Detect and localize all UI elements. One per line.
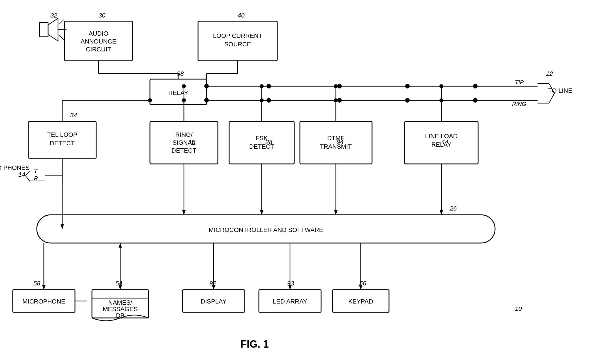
svg-point-17 (405, 84, 410, 88)
loop-current-label: LOOP CURRENT (213, 32, 262, 39)
svg-point-16 (337, 84, 342, 88)
svg-marker-1 (48, 18, 58, 41)
names-label: NAMES/ (108, 299, 132, 306)
svg-point-53 (334, 84, 338, 88)
ring-signal-label2: SIGNAL (173, 139, 195, 146)
r-label: R (34, 175, 38, 181)
svg-point-68 (148, 98, 152, 102)
svg-point-63 (439, 98, 443, 102)
audio-announce-label: AUDIO (89, 30, 108, 37)
svg-marker-83 (119, 285, 122, 290)
svg-point-49 (182, 84, 186, 88)
svg-line-32 (25, 176, 30, 181)
microcontroller-label: MICROCONTROLLER AND SOFTWARE (209, 226, 323, 233)
svg-line-2 (59, 20, 64, 24)
svg-marker-65 (61, 224, 64, 229)
ref-26: 26 (450, 205, 457, 212)
svg-marker-75 (260, 210, 263, 215)
svg-point-55 (439, 84, 443, 88)
svg-marker-86 (212, 285, 215, 290)
ref-34: 34 (70, 112, 77, 119)
ref-40: 40 (238, 12, 245, 19)
diagram-container: 32 30 AUDIO ANNOUNCE CIRCUIT 40 LOOP CUR… (0, 0, 591, 364)
names-label2: MESSAGES (103, 306, 137, 313)
audio-announce-label2: ANNOUNCE (81, 38, 116, 45)
svg-point-22 (405, 98, 410, 103)
ring-signal-label3: DETECT (171, 147, 196, 154)
svg-line-12 (549, 93, 555, 103)
to-line-label: TO LINE (548, 87, 572, 94)
ref-14: 14 (18, 171, 25, 178)
line-load-label2: RELAY (431, 141, 452, 148)
fsk-label: FSK (256, 135, 268, 142)
svg-marker-77 (334, 210, 338, 215)
svg-point-57 (182, 98, 186, 102)
svg-point-20 (267, 98, 271, 103)
ref-12: 12 (546, 70, 553, 77)
display-label: DISPLAY (201, 298, 227, 305)
tel-loop-label: TEL LOOP (47, 131, 78, 138)
names-label3: DB (116, 312, 125, 319)
ref-10: 10 (515, 305, 522, 312)
ref-58: 58 (33, 280, 40, 287)
svg-marker-90 (359, 285, 362, 290)
svg-line-31 (25, 171, 30, 176)
ring-label: RING (512, 101, 526, 107)
svg-point-21 (337, 98, 342, 103)
svg-point-61 (334, 98, 338, 102)
svg-line-4 (59, 35, 64, 40)
microphone-label: MICROPHONE (22, 298, 65, 305)
line-load-label: LINE LOAD (425, 133, 458, 140)
audio-announce-label3: CIRCUIT (86, 46, 111, 53)
to-phones-label: TO PHONES (0, 164, 30, 171)
fig-label: FIG. 1 (240, 338, 269, 350)
relay-label: RELAY (168, 89, 188, 96)
led-label: LED ARRAY (273, 298, 307, 305)
dtmf-label: DTMF (327, 135, 344, 142)
svg-point-51 (260, 84, 264, 88)
svg-marker-88 (288, 285, 292, 290)
svg-marker-84 (119, 243, 122, 248)
svg-point-18 (473, 84, 478, 88)
tip-label: TIP (515, 79, 524, 85)
ref-32: 32 (50, 12, 57, 19)
keypad-label: KEYPAD (348, 298, 373, 305)
dtmf-label2: TRANSMIT (320, 143, 352, 150)
svg-point-59 (260, 98, 264, 102)
svg-marker-73 (182, 210, 186, 215)
svg-rect-0 (40, 23, 48, 37)
ring-signal-label: RING/ (175, 131, 193, 138)
svg-point-23 (473, 98, 478, 103)
loop-current-label2: SOURCE (224, 41, 251, 48)
svg-point-15 (267, 84, 271, 88)
tel-loop-label2: DETECT (50, 140, 75, 147)
ref-30: 30 (98, 12, 106, 19)
svg-marker-79 (440, 210, 443, 215)
fsk-label2: DETECT (249, 143, 274, 150)
